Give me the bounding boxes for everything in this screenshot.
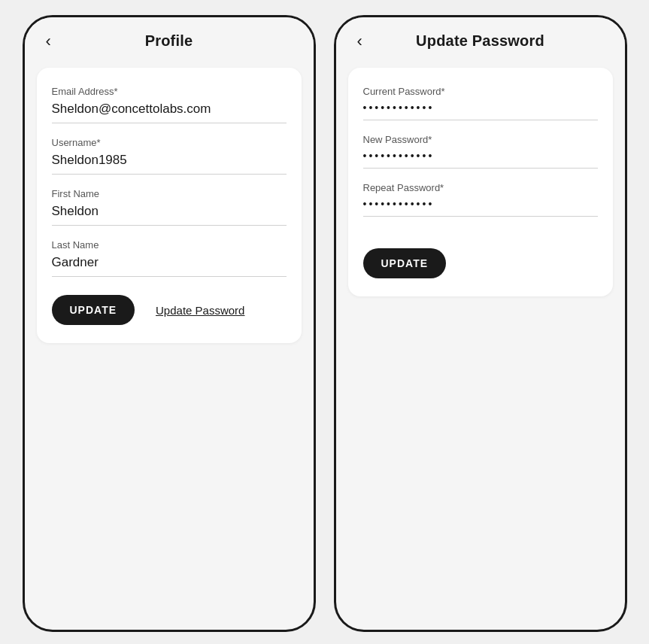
current-password-label: Current Password* (363, 86, 598, 97)
update-password-page-title: Update Password (416, 32, 544, 50)
profile-header: ‹ Profile (25, 17, 314, 59)
repeat-password-field-group: Repeat Password* •••••••••••• (363, 182, 598, 217)
username-field-group: Username* Sheldon1985 (52, 137, 287, 175)
current-password-field-group: Current Password* •••••••••••• (363, 86, 598, 120)
update-password-link[interactable]: Update Password (156, 304, 244, 317)
email-label: Email Address* (52, 86, 287, 97)
update-password-phone-frame: ‹ Update Password Current Password* ••••… (334, 15, 627, 632)
current-password-value[interactable]: •••••••••••• (363, 102, 598, 120)
update-password-header: ‹ Update Password (336, 17, 625, 59)
email-value[interactable]: Sheldon@concettolabs.com (52, 102, 287, 123)
last-name-field-group: Last Name Gardner (52, 239, 287, 277)
username-value[interactable]: Sheldon1985 (52, 153, 287, 175)
update-password-card: Current Password* •••••••••••• New Passw… (348, 68, 613, 296)
repeat-password-label: Repeat Password* (363, 182, 598, 193)
first-name-label: First Name (52, 188, 287, 199)
new-password-label: New Password* (363, 134, 598, 145)
profile-button-row: UPDATE Update Password (52, 295, 287, 325)
profile-card: Email Address* Sheldon@concettolabs.com … (37, 68, 302, 343)
username-label: Username* (52, 137, 287, 148)
profile-update-button[interactable]: UPDATE (52, 295, 135, 325)
profile-phone-frame: ‹ Profile Email Address* Sheldon@concett… (23, 15, 316, 632)
repeat-password-value[interactable]: •••••••••••• (363, 198, 598, 217)
update-password-back-button[interactable]: ‹ (351, 30, 368, 53)
new-password-value[interactable]: •••••••••••• (363, 150, 598, 169)
first-name-value[interactable]: Sheldon (52, 204, 287, 226)
last-name-value[interactable]: Gardner (52, 255, 287, 277)
last-name-label: Last Name (52, 239, 287, 251)
new-password-field-group: New Password* •••••••••••• (363, 134, 598, 169)
first-name-field-group: First Name Sheldon (52, 188, 287, 226)
password-update-button[interactable]: UPDATE (363, 248, 447, 278)
profile-page-title: Profile (145, 32, 193, 50)
profile-back-button[interactable]: ‹ (40, 30, 57, 53)
email-field-group: Email Address* Sheldon@concettolabs.com (52, 86, 287, 123)
